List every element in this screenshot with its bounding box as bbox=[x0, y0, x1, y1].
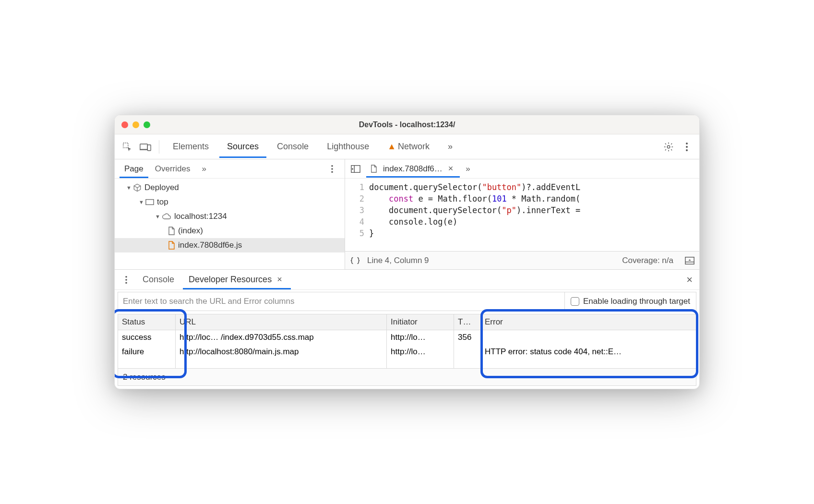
enable-loading-toggle[interactable]: Enable loading through target bbox=[564, 292, 696, 311]
tabs-overflow[interactable]: » bbox=[440, 135, 460, 158]
close-drawer-icon[interactable]: × bbox=[683, 274, 695, 286]
editor-tabs-overflow[interactable]: » bbox=[463, 164, 473, 174]
svg-point-7 bbox=[331, 165, 333, 167]
line-number: 3 bbox=[345, 204, 364, 216]
col-url[interactable]: URL bbox=[176, 314, 387, 330]
device-toolbar-icon[interactable] bbox=[138, 139, 153, 155]
subtab-overrides[interactable]: Overrides bbox=[150, 160, 195, 178]
cell-t: 356 bbox=[454, 330, 481, 345]
cell-status: failure bbox=[118, 345, 176, 369]
subtab-page[interactable]: Page bbox=[120, 160, 148, 178]
cell-error bbox=[481, 330, 696, 345]
resources-table: Status URL Initiator T… Error success ht… bbox=[118, 314, 696, 369]
more-menu-icon[interactable] bbox=[679, 139, 694, 155]
tree-label: index.7808df6e.js bbox=[178, 240, 242, 250]
table-footer: 2 resources bbox=[118, 369, 696, 386]
tree-label: Deployed bbox=[144, 183, 179, 192]
svg-point-6 bbox=[686, 149, 688, 151]
tab-sources[interactable]: Sources bbox=[219, 135, 266, 158]
line-gutter: 1 2 3 4 5 bbox=[345, 179, 369, 251]
svg-point-13 bbox=[125, 276, 127, 277]
svg-rect-0 bbox=[123, 143, 128, 147]
tree-file-selected[interactable]: index.7808df6e.js bbox=[115, 238, 345, 252]
col-error[interactable]: Error bbox=[481, 314, 696, 330]
tab-console[interactable]: Console bbox=[269, 135, 316, 158]
devtools-window: DevTools - localhost:1234/ Elements Sour… bbox=[114, 115, 700, 389]
cell-error: HTTP error: status code 404, net::E… bbox=[481, 345, 696, 369]
line-number: 4 bbox=[345, 216, 364, 228]
line-number: 1 bbox=[345, 181, 364, 193]
toggle-sidebar-icon[interactable] bbox=[348, 161, 363, 177]
cell-t bbox=[454, 345, 481, 369]
editor-tab-label: index.7808df6… bbox=[383, 164, 443, 174]
file-icon bbox=[168, 241, 175, 250]
table-row[interactable]: success http://loc… /index.d9703d55.css.… bbox=[118, 330, 696, 345]
tree-top[interactable]: ▼ top bbox=[115, 195, 345, 209]
drawer-tab-console[interactable]: Console bbox=[137, 270, 180, 289]
cloud-icon bbox=[162, 213, 171, 220]
svg-point-3 bbox=[667, 145, 670, 148]
navigator-tabs: Page Overrides » bbox=[115, 159, 345, 179]
chevron-down-icon: ▼ bbox=[126, 185, 133, 191]
editor-tab-strip: index.7808df6… × » bbox=[345, 159, 699, 179]
cell-initiator: http://lo… bbox=[387, 345, 454, 369]
chevron-down-icon: ▼ bbox=[139, 199, 145, 205]
drawer-tab-devres[interactable]: Developer Resources × bbox=[183, 270, 291, 289]
settings-icon[interactable] bbox=[661, 139, 676, 155]
code-content: document.querySelector("button")?.addEve… bbox=[369, 179, 699, 251]
main-tab-strip: Elements Sources Console Lighthouse ▲Net… bbox=[115, 134, 699, 159]
warning-icon: ▲ bbox=[387, 142, 396, 151]
drawer: Console Developer Resources × × Enable l… bbox=[115, 270, 699, 386]
titlebar: DevTools - localhost:1234/ bbox=[115, 115, 699, 134]
tab-network[interactable]: ▲Network bbox=[380, 135, 437, 158]
tree-index[interactable]: (index) bbox=[115, 224, 345, 238]
drawer-tab-strip: Console Developer Resources × × bbox=[115, 270, 699, 290]
cursor-position: Line 4, Column 9 bbox=[367, 256, 429, 265]
drawer-more-icon[interactable] bbox=[119, 272, 134, 288]
table-row[interactable]: failure http://localhost:8080/main.js.ma… bbox=[118, 345, 696, 369]
tree-host[interactable]: ▼ localhost:1234 bbox=[115, 209, 345, 224]
tree-label: localhost:1234 bbox=[174, 212, 227, 221]
frame-icon bbox=[145, 199, 154, 205]
inspect-element-icon[interactable] bbox=[120, 139, 135, 155]
file-tree: ▼ Deployed ▼ top ▼ localhost:1234 (index… bbox=[115, 179, 345, 269]
col-initiator[interactable]: Initiator bbox=[387, 314, 454, 330]
svg-rect-10 bbox=[146, 200, 154, 205]
table-header-row: Status URL Initiator T… Error bbox=[118, 314, 696, 330]
pretty-print-icon[interactable] bbox=[350, 257, 360, 264]
tree-label: top bbox=[157, 197, 168, 207]
col-t[interactable]: T… bbox=[454, 314, 481, 330]
line-number: 2 bbox=[345, 193, 364, 204]
code-editor[interactable]: 1 2 3 4 5 document.querySelector("button… bbox=[345, 179, 699, 251]
tree-deployed[interactable]: ▼ Deployed bbox=[115, 180, 345, 195]
navigator-panel: Page Overrides » ▼ Deployed ▼ top bbox=[115, 159, 345, 269]
editor-statusbar: Line 4, Column 9 Coverage: n/a bbox=[345, 251, 699, 269]
window-title: DevTools - localhost:1234/ bbox=[115, 120, 699, 129]
cell-status: success bbox=[118, 330, 176, 345]
svg-point-4 bbox=[686, 143, 688, 144]
cell-initiator: http://lo… bbox=[387, 330, 454, 345]
close-tab-icon[interactable]: × bbox=[274, 275, 285, 284]
subtabs-overflow[interactable]: » bbox=[197, 160, 211, 178]
tab-lighthouse[interactable]: Lighthouse bbox=[319, 135, 377, 158]
svg-point-14 bbox=[125, 279, 127, 281]
coverage-label: Coverage: n/a bbox=[622, 256, 673, 265]
line-number: 5 bbox=[345, 228, 364, 239]
sources-workspace: Page Overrides » ▼ Deployed ▼ top bbox=[115, 159, 699, 270]
col-status[interactable]: Status bbox=[118, 314, 176, 330]
editor-tab[interactable]: index.7808df6… × bbox=[366, 160, 460, 178]
cell-url: http://localhost:8080/main.js.map bbox=[176, 345, 387, 369]
svg-rect-1 bbox=[140, 144, 147, 149]
drawer-tab-label: Developer Resources bbox=[189, 275, 272, 284]
tab-elements[interactable]: Elements bbox=[165, 135, 216, 158]
editor-panel: index.7808df6… × » 1 2 3 4 5 document.qu… bbox=[345, 159, 699, 269]
cell-url: http://loc… /index.d9703d55.css.map bbox=[176, 330, 387, 345]
filter-bar: Enable loading through target bbox=[118, 292, 696, 311]
svg-point-9 bbox=[331, 171, 333, 173]
close-tab-icon[interactable]: × bbox=[445, 164, 456, 174]
search-input[interactable] bbox=[118, 297, 564, 306]
navigator-more-icon[interactable] bbox=[324, 161, 340, 177]
toggle-bottom-icon[interactable] bbox=[685, 256, 694, 265]
svg-point-5 bbox=[686, 146, 688, 148]
tab-network-label: Network bbox=[398, 142, 430, 151]
